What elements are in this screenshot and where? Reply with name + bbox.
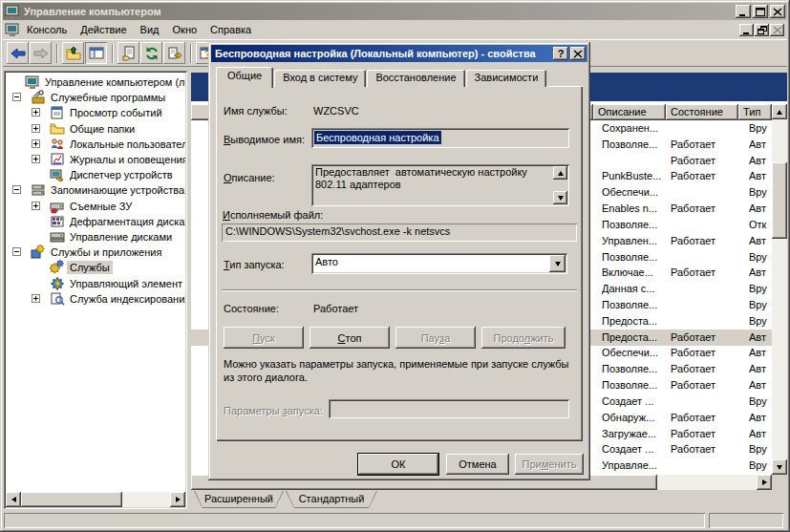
tree-expander[interactable]	[32, 108, 40, 117]
service-state-cell: Работает	[671, 330, 745, 346]
menu-item-2[interactable]: Вид	[134, 22, 166, 37]
mdi-minimize-button[interactable]	[739, 24, 754, 36]
apply-button: Применить	[515, 454, 584, 475]
service-type-cell: Авт	[749, 137, 772, 153]
scroll-up-button[interactable]	[553, 166, 567, 180]
scroll-down-button[interactable]	[553, 191, 567, 204]
properties-button[interactable]	[117, 42, 139, 64]
tree-item-label[interactable]: Управляющий элемент WMI	[67, 277, 185, 290]
service-type-cell: Вру	[749, 394, 772, 410]
tree-item-label[interactable]: Службы	[67, 261, 113, 274]
tree-item-label[interactable]: Локальные пользователи	[67, 138, 185, 151]
startup-type-label: Тип запуска:	[224, 259, 285, 270]
tree-expander[interactable]	[12, 93, 21, 101]
dropdown-button[interactable]	[549, 255, 566, 272]
close-button[interactable]	[770, 5, 785, 18]
tab-3[interactable]: Зависимости	[466, 70, 547, 87]
services-apps-icon	[31, 245, 46, 260]
tree-item-label[interactable]: Диспетчер устройств	[67, 168, 176, 181]
perf-logs-icon	[50, 152, 65, 167]
tree-item-label[interactable]: Служебные программы	[48, 91, 168, 104]
executable-path-field[interactable]: C:\WINDOWS\System32\svchost.exe -k netsv…	[222, 223, 577, 242]
description-scrollbar[interactable]	[553, 166, 567, 204]
service-resume-button: Продолжить	[481, 327, 566, 349]
scroll-up-button[interactable]	[772, 104, 787, 119]
tree-item-label[interactable]: Службы и приложения	[48, 245, 164, 259]
tree-expander[interactable]	[32, 139, 40, 148]
list-vertical-scrollbar[interactable]	[772, 104, 787, 475]
minimize-button[interactable]	[736, 5, 751, 18]
tree-expander[interactable]	[12, 185, 21, 194]
tree-item-label[interactable]: Служба индексирования	[67, 292, 185, 306]
service-type-cell: Отк	[749, 217, 772, 233]
computer-management-window: Управление компьютером КонсольДействиеВи…	[0, 0, 790, 532]
description-field[interactable]: Предоставляет автоматическую настройку 8…	[311, 164, 569, 206]
show-hide-console-tree-button[interactable]	[85, 42, 107, 64]
view-tab-1[interactable]: Стандартный	[286, 491, 377, 508]
menu-item-0[interactable]: Консоль	[20, 22, 74, 37]
dialog-close-button[interactable]	[570, 47, 586, 60]
menu-item-3[interactable]: Окно	[166, 22, 204, 37]
export-list-button[interactable]	[163, 42, 185, 64]
mdi-restore-button[interactable]	[755, 24, 769, 36]
tree-item-label[interactable]: Дефрагментация диска	[67, 215, 185, 228]
tree-item: Службы	[6, 260, 185, 275]
service-stop-button[interactable]: Стоп	[310, 327, 390, 349]
menu-item-4[interactable]: Справка	[203, 22, 258, 37]
view-tab-0[interactable]: Расширенный	[194, 491, 284, 508]
scroll-down-button[interactable]	[772, 459, 787, 475]
tools-icon	[31, 90, 46, 105]
service-state-cell: Работает	[671, 441, 745, 458]
display-name-field[interactable]: Беспроводная настройка	[311, 128, 569, 148]
tab-1[interactable]: Вход в систему	[274, 70, 366, 87]
tab-2[interactable]: Восстановление	[367, 70, 464, 87]
scroll-track[interactable]	[122, 492, 170, 507]
tab-0[interactable]: Общие	[216, 67, 273, 88]
tree-item-label[interactable]: Просмотр событий	[67, 106, 165, 119]
column-header-Состояние[interactable]: Состояние	[666, 104, 738, 120]
maximize-button[interactable]	[753, 5, 768, 18]
ok-button[interactable]: ОК	[358, 454, 438, 475]
scroll-left-button[interactable]	[6, 492, 21, 507]
service-description-cell: Включае...	[602, 265, 669, 281]
service-description-cell: Enables n...	[602, 201, 669, 217]
service-state-cell: Работает	[671, 153, 745, 169]
tree-expander[interactable]	[32, 124, 40, 133]
tree-item-label[interactable]: Съемные ЗУ	[67, 200, 135, 213]
scroll-right-button[interactable]	[757, 475, 772, 490]
tree-expander[interactable]	[32, 294, 40, 303]
tree-item-label[interactable]: Управление компьютером (локальн	[42, 75, 185, 89]
column-header-Тип[interactable]: Тип	[738, 104, 772, 120]
service-name-value: WZCSVC	[313, 105, 359, 117]
console-tree-panel: Управление компьютером (локальнСлужебные…	[4, 71, 187, 509]
tree-horizontal-scrollbar[interactable]	[6, 492, 185, 507]
column-header-Описание[interactable]: Описание	[593, 104, 666, 120]
status-bar-panel-right	[709, 513, 783, 528]
scroll-track[interactable]	[657, 475, 757, 490]
startup-type-select[interactable]: Авто	[311, 253, 567, 274]
dialog-help-button[interactable]: ?	[553, 47, 568, 60]
tree-item-label[interactable]: Запоминающие устройства	[48, 183, 185, 197]
tree-expander[interactable]	[32, 155, 40, 163]
tree-expander[interactable]	[32, 202, 40, 210]
service-state-cell: Работает	[671, 201, 745, 217]
params-hint: Можно указать параметры запуска, применя…	[224, 357, 569, 384]
tree-item-label[interactable]: Управление дисками	[67, 230, 175, 244]
service-type-cell: Вру	[749, 184, 772, 201]
tree-item-label[interactable]: Общие папки	[67, 122, 138, 136]
service-state-cell: Работает	[671, 265, 745, 281]
menu-item-1[interactable]: Действие	[74, 22, 133, 37]
scroll-thumb[interactable]	[21, 492, 122, 507]
toolbar-separator	[190, 44, 192, 63]
tree-expander[interactable]	[12, 247, 21, 256]
scroll-right-button[interactable]	[170, 492, 185, 507]
service-type-cell: Вру	[749, 249, 772, 266]
tree-item-label[interactable]: Журналы и оповещения пр	[67, 153, 185, 166]
scroll-thumb[interactable]	[772, 162, 787, 239]
cancel-button[interactable]: Отмена	[446, 454, 509, 475]
up-folder-button[interactable]	[62, 42, 84, 64]
back-arrow-button[interactable]	[7, 42, 29, 64]
refresh-button[interactable]	[140, 42, 162, 64]
tree-item: Журналы и оповещения пр	[6, 152, 185, 167]
console-window-icon	[5, 22, 20, 37]
